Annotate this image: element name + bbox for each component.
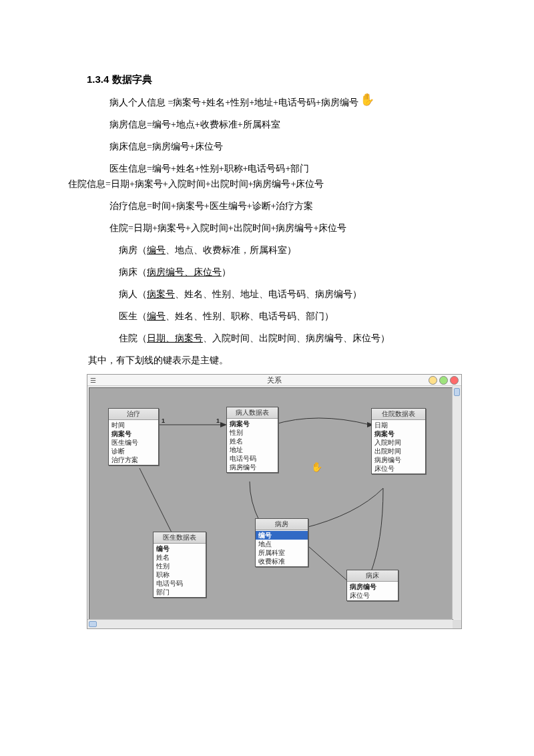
section-heading: 1.3.4 数据字典	[87, 73, 447, 86]
table-hosp[interactable]: 住院数据表 日期 病案号 入院时间 出院时间 病房编号 床位号	[371, 408, 426, 474]
table-treat[interactable]: 治疗 时间 病案号 医生编号 诊断 治疗方案	[108, 408, 159, 465]
horizontal-scrollbar[interactable]	[87, 619, 453, 628]
table-patient[interactable]: 病人数据表 病案号 性别 姓名 地址 电话号码 病房编号	[226, 407, 278, 473]
window-title: 关系	[87, 375, 461, 385]
note-text: 其中，有下划线的键表示是主键。	[88, 353, 447, 367]
vertical-scrollbar[interactable]	[452, 387, 461, 619]
table-doctor[interactable]: 医生数据表 编号 姓名 性别 职称 电话号码 部门	[153, 532, 206, 598]
schema-line-bed: 病床（病房编号、床位号）	[87, 265, 447, 279]
definition-line: 治疗信息=时间+病案号+医生编号+诊断+治疗方案	[87, 199, 447, 213]
definition-line: 医生信息=编号+姓名+性别+职称+电话号码+部门	[87, 162, 447, 176]
minimize-button[interactable]	[429, 376, 437, 385]
table-ward[interactable]: 病房 编号 地点 所属科室 收费标准	[255, 518, 308, 567]
diagram-canvas[interactable]: 1 1 治疗 时间 病案号 医生编号 诊断 治疗方案 病人数据表 病案号 性别	[89, 387, 453, 620]
hand-cursor-icon: ✋	[360, 92, 374, 107]
close-button[interactable]	[450, 376, 459, 385]
window-titlebar[interactable]: ☰ 关系	[87, 375, 461, 386]
schema-line-ward: 病房（编号、地点、收费标准，所属科室）	[87, 243, 447, 257]
document-page: 1.3.4 数据字典 病人个人信息 =病案号+姓名+性别+地址+电话号码+病房编…	[0, 0, 534, 629]
definition-line: 住院=日期+病案号+入院时间+出院时间+病房编号+床位号	[87, 221, 447, 235]
maximize-button[interactable]	[439, 376, 448, 385]
definition-line: 病人个人信息 =病案号+姓名+性别+地址+电话号码+病房编号	[87, 96, 447, 110]
hand-cursor-icon: ✋	[311, 461, 322, 472]
schema-line-hosp: 住院（日期、病案号、入院时间、出院时间、病房编号、床位号）	[87, 331, 447, 345]
cardinality-label: 1	[216, 417, 220, 424]
definition-line: 病房信息=编号+地点+收费标准+所属科室	[87, 118, 447, 132]
relationship-window: ☰ 关系 1 1 治	[87, 374, 462, 629]
cardinality-label: 1	[162, 417, 165, 424]
table-bed[interactable]: 病床 病房编号 床位号	[346, 570, 398, 601]
schema-line-doctor: 医生（编号、姓名、性别、职称、电话号码、部门）	[87, 309, 447, 323]
definition-line: 病床信息=病房编号+床位号	[87, 140, 447, 154]
definition-line: 住院信息=日期+病案号+入院时间+出院时间+病房编号+床位号	[68, 177, 447, 191]
scroll-corner	[453, 620, 461, 628]
schema-line-patient: 病人（病案号、姓名、性别、地址、电话号码、病房编号）	[87, 287, 447, 301]
